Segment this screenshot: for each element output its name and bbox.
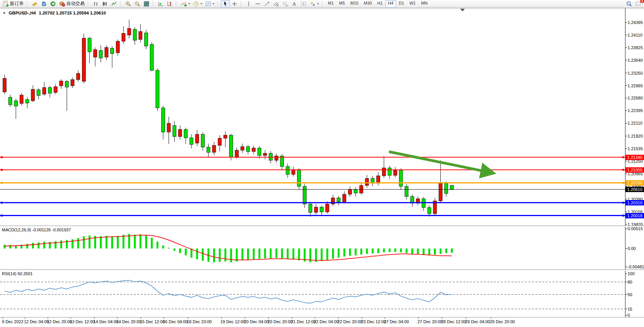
rsi-plot[interactable] — [0, 270, 644, 317]
macd-histogram-bar — [377, 248, 379, 253]
candle — [292, 170, 295, 175]
zoom-out-button[interactable] — [133, 0, 142, 8]
text-button[interactable]: A — [290, 0, 299, 8]
favorites-icon — [32, 1, 38, 7]
timeframe-button-m15[interactable]: M15 — [348, 0, 361, 8]
candle — [230, 135, 233, 157]
chevron-down-icon[interactable]: ▾ — [188, 2, 190, 5]
resistance-line-1-handle[interactable] — [1, 156, 3, 158]
signals-button[interactable] — [48, 0, 58, 8]
equidistant-channel-button[interactable]: E — [271, 0, 281, 8]
auto-scroll-icon — [157, 1, 164, 7]
cursor-button[interactable] — [221, 0, 230, 8]
signals-icon — [50, 1, 56, 7]
macd-histogram-bar — [106, 236, 108, 248]
timeframe-button-h4[interactable]: H4 — [385, 0, 396, 8]
macd-histogram-bar — [360, 248, 362, 255]
auto-scroll-button[interactable] — [156, 0, 165, 8]
candlestick-chart-button[interactable] — [100, 0, 109, 8]
tile-windows-button[interactable] — [142, 0, 151, 8]
vertical-line-button[interactable] — [244, 0, 253, 8]
time-tick — [71, 317, 71, 319]
line-chart-button[interactable] — [109, 0, 119, 8]
candle — [20, 95, 23, 103]
indicators-button[interactable]: ▾ — [179, 0, 191, 8]
support-line-1-handle[interactable] — [1, 202, 3, 204]
templates-button[interactable]: ▾ — [204, 0, 216, 8]
text-label-button[interactable]: T — [299, 0, 308, 8]
candle — [218, 138, 222, 146]
macd-histogram-bar — [259, 248, 260, 259]
new-order-button[interactable]: 新订单 — [1, 0, 25, 8]
shapes-icon — [310, 1, 316, 7]
hline-icon — [255, 1, 261, 7]
timeframe-button-m5[interactable]: M5 — [336, 0, 347, 8]
zoom-in-button[interactable] — [124, 0, 133, 8]
price-tick-label: 1.23540 — [628, 58, 643, 63]
timeframe-button-w1[interactable]: W1 — [407, 0, 419, 8]
pane-divider[interactable] — [0, 269, 644, 271]
macd-histogram-bar — [88, 236, 90, 248]
price-plot[interactable] — [0, 8, 644, 226]
crosshair-button[interactable] — [230, 0, 239, 8]
pivot-line-handle[interactable] — [622, 182, 624, 184]
macd-histogram-bar — [134, 235, 136, 248]
chart-shift-button[interactable] — [165, 0, 174, 8]
chevron-down-icon[interactable]: ▾ — [317, 2, 319, 5]
chat-button[interactable]: 1 — [634, 0, 643, 8]
chart-shift-marker[interactable] — [460, 9, 465, 11]
trendline-button[interactable] — [262, 0, 271, 8]
timeframe-button-m30[interactable]: M30 — [361, 0, 374, 8]
arrows-button[interactable]: ▾ — [308, 0, 320, 8]
timeframe-button-d1[interactable]: D1 — [396, 0, 407, 8]
macd-pane[interactable]: MACD(12,26,9) -0.001126 -0.001937 0.0051… — [0, 226, 644, 269]
macd-histogram-bar — [298, 248, 300, 260]
fibonacci-button[interactable]: F — [281, 0, 290, 8]
candle — [445, 183, 448, 194]
autotrading-button[interactable]: 自动交易 — [58, 0, 86, 8]
time-tick — [245, 317, 245, 319]
market-button[interactable] — [39, 0, 48, 8]
pane-divider[interactable] — [0, 226, 644, 227]
chevron-down-icon[interactable]: ▾ — [201, 2, 202, 5]
resistance-line-2-handle[interactable] — [1, 169, 3, 171]
time-axis[interactable]: 9 Dec 202212 Dec 04:0012 Dec 20:0013 Dec… — [0, 317, 644, 327]
mt4-window: { "toolbar": { "groups": [ {"items":[{"i… — [0, 0, 644, 327]
time-tick-label: 27 Dec 20:00 — [418, 319, 442, 324]
autotrading-icon — [59, 1, 65, 7]
candle — [365, 178, 369, 186]
toolbar-separator — [27, 1, 29, 6]
macd-histogram-bar — [38, 242, 40, 248]
periods-button[interactable]: ▾ — [191, 0, 204, 8]
macd-histogram-bar — [338, 248, 340, 258]
macd-histogram-bar — [145, 236, 147, 248]
bar-chart-button[interactable] — [91, 0, 100, 8]
timeframe-button-m1[interactable]: M1 — [325, 0, 336, 8]
time-tick-label: 23 Dec 12:00 — [361, 319, 386, 324]
favorites-button[interactable] — [30, 0, 39, 8]
time-tick-label: 15 Dec 12:00 — [140, 319, 165, 324]
macd-histogram-bar — [100, 236, 102, 248]
resistance-line-2-handle[interactable] — [622, 169, 624, 171]
time-tick-label: 13 Dec 12:00 — [70, 319, 95, 324]
time-tick — [164, 317, 164, 319]
macd-histogram-bar — [26, 244, 28, 248]
pivot-line-handle[interactable] — [1, 182, 3, 184]
timeframe-button-h1[interactable]: H1 — [374, 0, 385, 8]
rsi-pane[interactable]: RSI(14) 50.2601 1008050150 — [0, 270, 644, 317]
support-line-1-handle[interactable] — [622, 202, 624, 204]
rsi-tick-label: 0 — [628, 313, 630, 317]
resistance-line-1-handle[interactable] — [622, 156, 624, 158]
macd-histogram-bar — [241, 248, 243, 260]
horizontal-line-button[interactable] — [253, 0, 262, 8]
timeframe-button-mn[interactable]: MN — [418, 0, 430, 8]
chevron-down-icon[interactable]: ▾ — [213, 2, 214, 5]
time-tick-label: 22 Dec 04:00 — [314, 319, 339, 324]
macd-histogram-bar — [77, 238, 79, 248]
one-click-trading-toggle[interactable]: ▼ — [3, 11, 6, 15]
search-button[interactable] — [625, 0, 634, 8]
macd-plot[interactable] — [0, 226, 644, 269]
price-chart-pane[interactable]: ▼ GBPUSD-,H4 1.20702 1.20715 1.20594 1.2… — [0, 8, 644, 226]
support-line-2-handle[interactable] — [622, 215, 624, 216]
support-line-2-handle[interactable] — [1, 215, 3, 216]
